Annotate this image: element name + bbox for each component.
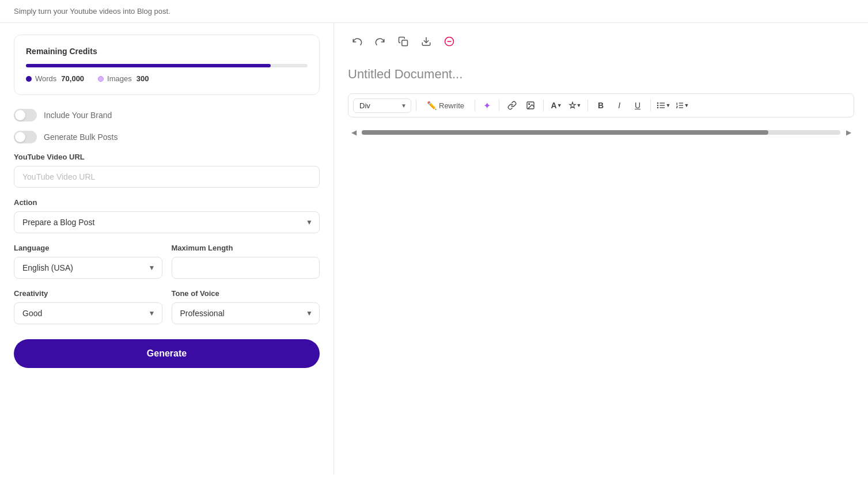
italic-icon: I [618, 101, 620, 110]
link-button[interactable] [504, 97, 520, 113]
action-select-wrapper: Prepare a Blog Post Summarize Video Extr… [14, 211, 320, 233]
divider-2 [475, 100, 475, 111]
tone-section: Tone of Voice Professional Casual Formal… [172, 289, 320, 324]
divider-4 [543, 100, 544, 111]
svg-point-5 [529, 104, 530, 105]
editor-format-bar: Div Paragraph Heading 1 ▼ ✏️ Rewrite ✦ [348, 93, 854, 117]
svg-point-9 [657, 103, 658, 103]
text-color-icon: A [551, 101, 557, 110]
highlight-color-button[interactable]: ▼ [567, 97, 583, 113]
max-length-section: Maximum Length 200 [172, 244, 320, 279]
language-section: Language English (USA) Spanish French ▼ [14, 244, 162, 279]
editor-toolbar-top [348, 32, 854, 58]
credits-card: Remaining Credits Words 70,000 Images 30… [14, 35, 320, 95]
redo-icon [375, 36, 385, 47]
doc-title: Untitled Document... [348, 67, 854, 82]
language-label: Language [14, 244, 162, 252]
link-icon [507, 101, 517, 110]
remove-icon [444, 36, 454, 47]
ol-chevron: ▼ [684, 103, 689, 108]
words-label: Words [35, 74, 56, 83]
block-type-wrapper: Div Paragraph Heading 1 ▼ [353, 98, 411, 113]
creativity-select[interactable]: Good High Low [14, 302, 162, 324]
images-label: Images [107, 74, 132, 83]
svg-rect-0 [402, 40, 408, 46]
ai-button[interactable]: ✦ [480, 98, 494, 113]
svg-point-11 [657, 107, 658, 108]
url-section: YouTube Video URL [14, 153, 320, 188]
highlight-icon [568, 101, 577, 109]
images-credit: Images 300 [98, 74, 149, 83]
generate-button[interactable]: Generate [14, 339, 320, 368]
scroll-right-arrow[interactable]: ▶ [843, 124, 854, 141]
divider-1 [416, 100, 416, 111]
image-button[interactable] [522, 97, 539, 113]
underline-icon: U [635, 101, 640, 110]
download-button[interactable] [417, 32, 435, 51]
text-color-chevron: ▼ [557, 103, 562, 108]
creativity-section: Creativity Good High Low ▼ [14, 289, 162, 324]
subtitle: Simply turn your Youtube videos into Blo… [14, 7, 170, 16]
credits-title: Remaining Credits [26, 47, 308, 56]
images-value: 300 [137, 74, 149, 83]
bulk-toggle-label: Generate Bulk Posts [44, 132, 117, 142]
bulk-toggle[interactable] [14, 131, 37, 143]
scrollbar-track[interactable] [362, 130, 840, 135]
image-icon [526, 101, 535, 110]
scroll-left-arrow[interactable]: ◀ [348, 124, 359, 141]
progress-bar-fill [26, 64, 271, 67]
lang-maxlen-row: Language English (USA) Spanish French ▼ … [14, 244, 320, 289]
block-type-select[interactable]: Div Paragraph Heading 1 [353, 98, 411, 113]
action-select[interactable]: Prepare a Blog Post Summarize Video Extr… [14, 211, 320, 233]
undo-button[interactable] [348, 32, 366, 51]
bulk-toggle-row: Generate Bulk Posts [14, 131, 320, 143]
words-credit: Words 70,000 [26, 74, 84, 83]
url-input[interactable] [14, 166, 320, 188]
bold-button[interactable]: B [593, 97, 609, 113]
creativity-label: Creativity [14, 289, 162, 298]
scrollbar-thumb [362, 130, 768, 135]
download-icon [421, 36, 431, 47]
words-dot [26, 76, 32, 82]
ul-chevron: ▼ [666, 103, 671, 108]
underline-button[interactable]: U [630, 97, 646, 113]
bold-icon: B [598, 101, 604, 110]
italic-button[interactable]: I [611, 97, 627, 113]
remove-button[interactable] [440, 32, 458, 51]
redo-button[interactable] [371, 32, 389, 51]
ordered-list-button[interactable]: ▼ [674, 97, 690, 113]
images-dot [98, 76, 104, 82]
tone-select[interactable]: Professional Casual Formal Friendly [172, 302, 320, 324]
max-length-label: Maximum Length [172, 244, 320, 252]
brand-toggle-label: Include Your Brand [44, 111, 112, 120]
text-color-button[interactable]: A ▼ [548, 97, 564, 113]
action-label: Action [14, 198, 320, 207]
unordered-list-button[interactable]: ▼ [655, 97, 672, 113]
copy-icon [398, 36, 408, 47]
words-value: 70,000 [61, 74, 84, 83]
progress-bar-bg [26, 64, 308, 67]
brand-toggle-row: Include Your Brand [14, 109, 320, 122]
unordered-list-icon [657, 101, 666, 110]
action-section: Action Prepare a Blog Post Summarize Vid… [14, 198, 320, 233]
copy-button[interactable] [394, 32, 412, 51]
divider-3 [499, 100, 499, 111]
tone-label: Tone of Voice [172, 289, 320, 298]
creativity-tone-row: Creativity Good High Low ▼ Tone of Voice… [14, 289, 320, 335]
top-bar: Simply turn your Youtube videos into Blo… [0, 0, 868, 23]
rewrite-icon: ✏️ [427, 101, 437, 110]
tone-select-wrapper: Professional Casual Formal Friendly ▼ [172, 302, 320, 324]
credits-row: Words 70,000 Images 300 [26, 74, 308, 83]
ordered-list-icon [675, 101, 684, 110]
rewrite-label: Rewrite [439, 101, 464, 110]
language-select[interactable]: English (USA) Spanish French [14, 257, 162, 279]
url-label: YouTube Video URL [14, 153, 320, 161]
max-length-input[interactable]: 200 [172, 257, 320, 279]
divider-6 [650, 100, 651, 111]
rewrite-button[interactable]: ✏️ Rewrite [421, 98, 470, 112]
editor-scroll-row: ◀ ▶ [348, 122, 854, 143]
brand-toggle[interactable] [14, 109, 37, 122]
divider-5 [587, 100, 588, 111]
creativity-select-wrapper: Good High Low ▼ [14, 302, 162, 324]
svg-point-10 [657, 105, 658, 105]
